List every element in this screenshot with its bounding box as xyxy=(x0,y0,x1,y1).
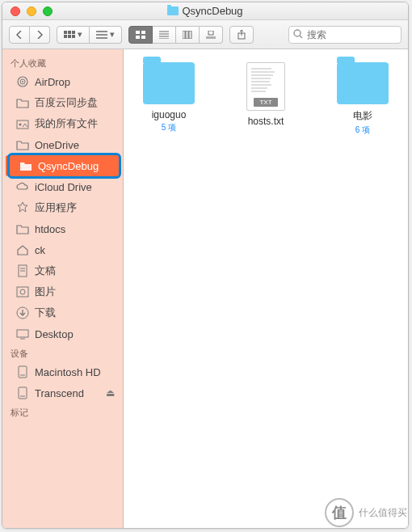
svg-rect-37 xyxy=(17,330,28,337)
svg-line-25 xyxy=(300,36,302,38)
sidebar-item[interactable]: 图片 xyxy=(2,281,123,302)
file-meta: 5 项 xyxy=(137,122,201,133)
svg-point-28 xyxy=(22,81,23,82)
desktop-icon xyxy=(15,328,30,340)
sidebar-item-label: htdocs xyxy=(35,223,65,235)
eject-icon[interactable]: ⏏ xyxy=(106,387,115,399)
sidebar-item[interactable]: AirDrop xyxy=(2,71,123,92)
svg-rect-10 xyxy=(141,31,145,34)
search-input[interactable] xyxy=(288,26,401,44)
toolbar: ▾ ▾ xyxy=(2,20,408,49)
close-button[interactable] xyxy=(11,6,20,16)
sidebar-item-label: AirDrop xyxy=(35,76,70,88)
sidebar-item[interactable]: Macintosh HD xyxy=(2,361,123,382)
txt-file-icon xyxy=(246,62,285,111)
folder-red-icon xyxy=(19,160,33,171)
search-icon xyxy=(293,29,303,39)
watermark-text: 什么值得买 xyxy=(359,506,407,520)
share-button[interactable] xyxy=(229,26,254,44)
folder-icon xyxy=(167,6,179,15)
sidebar-item[interactable]: QsyncDebug xyxy=(6,155,120,176)
downloads-icon xyxy=(15,306,30,319)
allfiles-icon xyxy=(15,118,30,129)
titlebar[interactable]: QsyncDebug xyxy=(2,2,408,20)
sidebar-item-label: Transcend xyxy=(35,387,84,399)
search-field[interactable] xyxy=(288,26,401,44)
sidebar[interactable]: 个人收藏AirDrop百度云同步盘我的所有文件OneDriveQsyncDebu… xyxy=(2,49,124,528)
file-name: 电影 xyxy=(330,109,395,123)
maximize-button[interactable] xyxy=(43,6,53,16)
arrange-group: ▾ ▾ xyxy=(57,26,122,44)
file-item[interactable]: hosts.txt xyxy=(233,62,298,127)
home-icon xyxy=(15,244,30,255)
svg-point-35 xyxy=(20,289,25,294)
sidebar-item[interactable]: Desktop xyxy=(2,323,123,344)
action-button[interactable]: ▾ xyxy=(90,26,122,44)
svg-rect-3 xyxy=(64,35,67,38)
window-title: QsyncDebug xyxy=(2,5,408,17)
sidebar-item[interactable]: 下载 xyxy=(2,302,123,323)
sidebar-item[interactable]: htdocs xyxy=(2,218,123,239)
svg-rect-41 xyxy=(19,387,27,399)
svg-rect-0 xyxy=(64,31,67,34)
svg-rect-17 xyxy=(183,31,185,39)
view-buttons xyxy=(128,26,223,44)
sidebar-item-label: Desktop xyxy=(35,328,74,340)
window-title-text: QsyncDebug xyxy=(182,5,242,17)
icon-view-button[interactable] xyxy=(128,26,153,44)
sidebar-item[interactable]: ck xyxy=(2,239,123,260)
folder-icon xyxy=(15,223,30,234)
sidebar-section-header: 设备 xyxy=(2,344,123,361)
folder-icon xyxy=(15,97,30,108)
sidebar-item[interactable]: 百度云同步盘 xyxy=(2,92,123,113)
minimize-button[interactable] xyxy=(27,6,36,16)
folder-icon xyxy=(337,62,389,104)
sidebar-item[interactable]: 我的所有文件 xyxy=(2,113,123,134)
window-body: 个人收藏AirDrop百度云同步盘我的所有文件OneDriveQsyncDebu… xyxy=(2,49,408,528)
svg-rect-19 xyxy=(189,31,191,39)
svg-rect-12 xyxy=(141,36,145,39)
svg-point-24 xyxy=(294,30,301,36)
sidebar-item-label: ck xyxy=(35,244,45,256)
file-name: iguoguo xyxy=(137,109,201,120)
sidebar-item[interactable]: 文稿 xyxy=(2,260,123,281)
file-meta: 6 项 xyxy=(330,125,395,136)
file-item[interactable]: 电影6 项 xyxy=(330,62,395,136)
traffic-lights xyxy=(2,6,53,16)
sidebar-item[interactable]: iCloud Drive xyxy=(2,176,123,197)
pictures-icon xyxy=(15,286,30,298)
arrange-button[interactable]: ▾ xyxy=(57,26,90,44)
coverflow-view-button[interactable] xyxy=(200,26,223,44)
svg-rect-11 xyxy=(136,36,140,39)
disk-icon xyxy=(15,386,30,399)
file-name: hosts.txt xyxy=(233,116,298,127)
sidebar-item[interactable]: Transcend⏏ xyxy=(2,382,123,403)
forward-button[interactable] xyxy=(30,26,50,44)
watermark: 值 什么值得买 xyxy=(325,498,407,527)
sidebar-item-label: OneDrive xyxy=(35,139,79,151)
file-area[interactable]: iguoguo5 项hosts.txt电影6 项 xyxy=(124,49,408,528)
documents-icon xyxy=(15,264,30,277)
sidebar-item-label: iCloud Drive xyxy=(35,181,92,193)
column-view-button[interactable] xyxy=(176,26,200,44)
sidebar-item-label: 应用程序 xyxy=(35,201,77,215)
svg-rect-2 xyxy=(72,31,75,34)
airdrop-icon xyxy=(15,75,30,88)
nav-buttons xyxy=(9,26,50,44)
sidebar-item-label: 文稿 xyxy=(35,264,56,278)
finder-window: QsyncDebug ▾ ▾ 个人收藏AirDrop百度云同步盘我的所有文件On… xyxy=(2,2,409,529)
sidebar-item-label: QsyncDebug xyxy=(38,160,99,172)
sidebar-item[interactable]: OneDrive xyxy=(2,134,123,155)
back-button[interactable] xyxy=(9,26,30,44)
list-view-button[interactable] xyxy=(153,26,176,44)
file-item[interactable]: iguoguo5 项 xyxy=(137,62,201,133)
svg-rect-5 xyxy=(72,35,75,38)
svg-rect-34 xyxy=(17,287,28,297)
sidebar-item-label: 我的所有文件 xyxy=(35,116,98,131)
svg-rect-1 xyxy=(68,31,71,34)
sidebar-item[interactable]: 应用程序 xyxy=(2,197,123,218)
svg-rect-4 xyxy=(68,35,71,38)
svg-point-30 xyxy=(19,124,22,126)
sidebar-item-label: 下载 xyxy=(35,306,56,320)
sidebar-section-header: 标记 xyxy=(2,403,123,420)
